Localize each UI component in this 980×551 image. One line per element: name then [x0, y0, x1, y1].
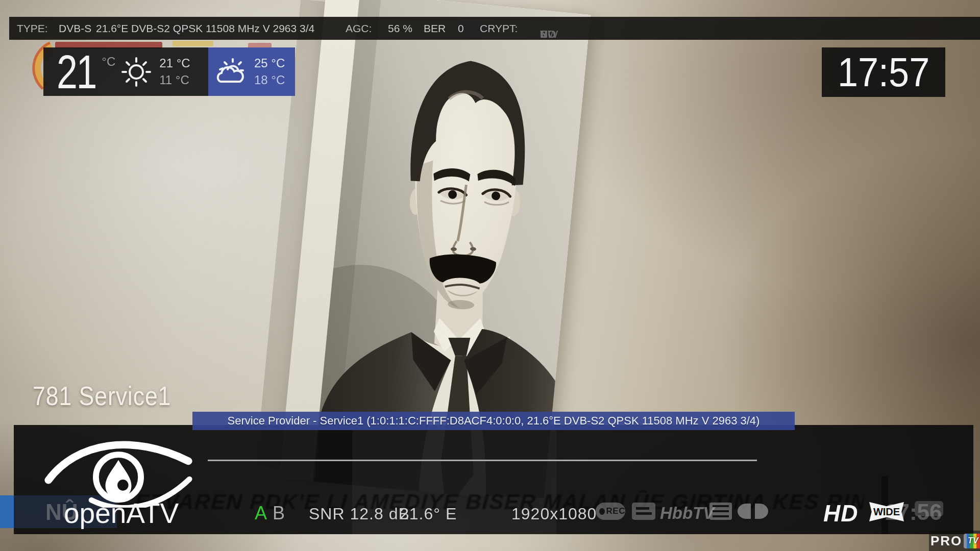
protv-watermark: PRO TV NET.UA [929, 531, 980, 551]
weather-current-panel: 21 °C 21 °C 11 °C [43, 47, 208, 96]
tuner-ber-label: BER [424, 22, 446, 35]
screen: { "tuner_bar": { "type_label": "TYPE:", … [0, 0, 980, 551]
rec-dot-icon [599, 508, 605, 515]
tuner-transponder: 21.6°E DVB-S2 QPSK 11508 MHz V 2963 3/4 [96, 22, 314, 35]
hd-badge: HD [823, 499, 858, 527]
tuner-crypt-label: CRYPT: [480, 22, 518, 35]
teletext-icon [709, 503, 732, 520]
ghost-badge [915, 501, 943, 516]
tuner-type-label: TYPE: [17, 22, 48, 35]
tuner-info-bar: TYPE: DVB-S 21.6°E DVB-S2 QPSK 11508 MHz… [9, 17, 980, 40]
service-provider-text: Service Provider - Service1 (1:0:1:1:C:F… [228, 414, 760, 428]
weather-degree-unit: °C [102, 55, 115, 69]
weather-widget: 21 °C 21 °C 11 °C 25 °C [43, 47, 295, 96]
tuner-type-value: DVB-S [59, 22, 91, 35]
protv-pro: PRO [930, 533, 962, 549]
channel-title: 781 Service1 [33, 381, 171, 411]
rec-icon: REC [596, 503, 625, 520]
sunny-icon [120, 56, 152, 88]
service-provider-bar: Service Provider - Service1 (1:0:1:1:C:F… [192, 412, 795, 430]
clock: 17:57 [822, 47, 945, 97]
infobar-panel: NÛ ÇETVAREN PDK'E LI AMEDIYE BISER MALAN… [14, 425, 973, 534]
hbbtv-label: HbbTV [660, 504, 714, 523]
snr-readout: SNR 12.8 dB [309, 505, 410, 523]
partly-cloudy-icon [213, 56, 247, 88]
openatv-brand: openATV [64, 497, 179, 530]
rec-label: REC [606, 506, 625, 516]
divider-line [208, 460, 757, 461]
weather-current-temp: 21 [57, 48, 96, 95]
audio-track-a: A [255, 503, 267, 524]
dolby-icon [737, 503, 769, 520]
weather-today-high: 21 °C [159, 57, 190, 69]
protv-tv-icon: TV [964, 534, 980, 548]
weather-next-low: 18 °C [254, 74, 285, 86]
audio-track-b: B [273, 503, 285, 524]
openatv-eye-icon [43, 430, 193, 508]
clock-time: 17:57 [838, 49, 929, 96]
crypt-flag: CO [540, 28, 556, 40]
tuner-agc-value: 56 % [388, 22, 412, 35]
tuner-ber-value: 0 [458, 22, 464, 35]
video-resolution: 980x551 [511, 505, 597, 523]
wide-label: WIDE [873, 506, 900, 518]
orbital-position: 21.6° E [400, 505, 457, 523]
tuner-agc-label: AGC: [346, 22, 372, 35]
weather-next-high: 25 °C [254, 57, 285, 69]
weather-next-panel: 25 °C 18 °C [208, 47, 295, 96]
weather-today-low: 11 °C [159, 74, 190, 86]
edge-blue-stripe [0, 495, 14, 528]
subtitle-icon [632, 503, 655, 520]
